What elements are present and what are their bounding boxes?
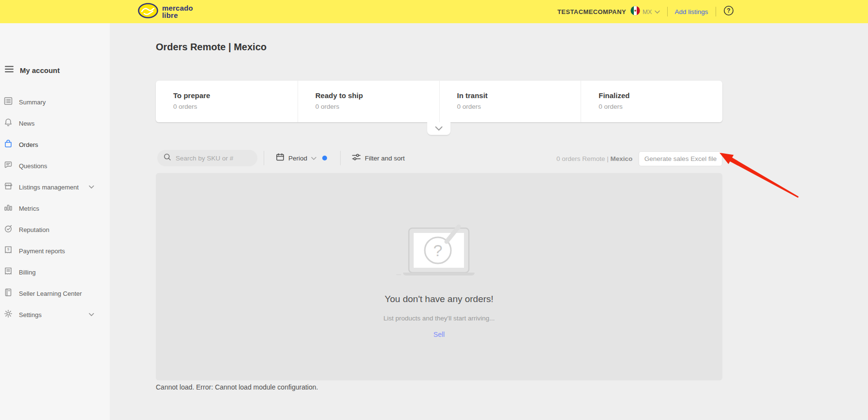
- header-divider: [716, 7, 716, 16]
- order-status-card: To prepare 0 orders Ready to ship 0 orde…: [156, 81, 722, 122]
- chevron-down-icon: [435, 124, 443, 133]
- period-label: Period: [288, 155, 307, 162]
- bar-chart-icon: [3, 202, 14, 215]
- filter-label: Filter and sort: [365, 155, 405, 162]
- add-listings-link[interactable]: Add listings: [675, 8, 708, 15]
- top-header-bar: mercado libre TESTACMECOMPANY MX: [0, 0, 868, 23]
- sidebar-item-seller-learning-center[interactable]: Seller Learning Center: [0, 283, 110, 304]
- svg-text:?: ?: [434, 241, 443, 260]
- sidebar-item-orders[interactable]: Orders: [0, 134, 110, 155]
- account-area: TESTACMECOMPANY MX Add l: [557, 0, 734, 23]
- svg-text:$: $: [7, 247, 10, 251]
- book-icon: [3, 287, 14, 300]
- mercadolibre-logo[interactable]: mercado libre: [138, 2, 193, 21]
- handshake-logo-icon: [138, 2, 158, 21]
- mexico-flag-icon: [630, 6, 640, 17]
- page-title: Orders Remote | Mexico: [156, 42, 267, 53]
- sidebar-item-payment-reports[interactable]: $ Payment reports: [0, 240, 110, 261]
- period-active-dot: [322, 156, 327, 160]
- search-box: [157, 150, 257, 166]
- empty-state-title: You don't have any orders!: [156, 294, 722, 304]
- orders-icon: [3, 138, 14, 151]
- gear-icon: [3, 308, 14, 321]
- sidebar-item-metrics[interactable]: Metrics: [0, 198, 110, 219]
- sidebar-item-news[interactable]: News: [0, 113, 110, 134]
- search-input[interactable]: [176, 155, 253, 162]
- expand-card-button[interactable]: [427, 122, 450, 135]
- speech-bubble-icon: [3, 159, 14, 172]
- sidebar-item-summary[interactable]: Summary: [0, 91, 110, 113]
- sidebar-item-settings[interactable]: Settings: [0, 304, 110, 325]
- status-cell-to-prepare[interactable]: To prepare 0 orders: [156, 81, 298, 122]
- filter-and-sort-button[interactable]: Filter and sort: [352, 150, 405, 166]
- sell-link[interactable]: Sell: [156, 331, 722, 338]
- billing-receipt-icon: [3, 266, 14, 278]
- sidebar-header: My account: [4, 64, 60, 76]
- summary-icon: [3, 96, 14, 108]
- sidebar-item-questions[interactable]: Questions: [0, 155, 110, 176]
- brand-wordmark: mercado libre: [162, 4, 193, 19]
- chevron-down-icon: [88, 311, 95, 320]
- account-name: TESTACMECOMPANY: [557, 8, 626, 15]
- annotation-arrow: [719, 153, 799, 198]
- sidebar-item-listings-management[interactable]: Listings management: [0, 176, 110, 198]
- chevron-down-icon: [311, 154, 316, 162]
- storefront-icon: [3, 181, 14, 193]
- status-cell-in-transit[interactable]: In transit 0 orders: [439, 81, 581, 122]
- sidebar-item-billing[interactable]: Billing: [0, 261, 110, 283]
- status-cell-finalized[interactable]: Finalized 0 orders: [581, 81, 722, 122]
- sidebar-nav: Summary News Orders: [0, 91, 110, 325]
- laptop-search-illustration: ?: [395, 217, 482, 282]
- chevron-down-icon: [88, 184, 95, 192]
- orders-summary-region: Mexico: [611, 155, 633, 162]
- orders-summary: 0 orders Remote | Mexico: [556, 155, 632, 162]
- sidebar-title: My account: [20, 66, 60, 74]
- calendar-icon: [276, 153, 284, 163]
- sidebar: My account Summary News: [0, 23, 110, 420]
- generate-sales-excel-button[interactable]: Generate sales Excel file: [639, 151, 722, 166]
- sidebar-item-reputation[interactable]: Reputation: [0, 219, 110, 240]
- help-icon[interactable]: ?: [723, 5, 734, 18]
- period-dropdown[interactable]: Period: [276, 150, 327, 166]
- toolbar-divider: [340, 151, 341, 165]
- country-selector[interactable]: MX: [630, 6, 660, 17]
- country-code: MX: [643, 8, 652, 15]
- toolbar-divider: [264, 151, 264, 165]
- search-icon: [164, 153, 171, 163]
- sliders-icon: [352, 153, 361, 163]
- header-divider: [667, 7, 668, 16]
- svg-text:?: ?: [727, 7, 730, 14]
- hamburger-menu-icon[interactable]: [4, 64, 15, 76]
- status-cell-ready-to-ship[interactable]: Ready to ship 0 orders: [298, 81, 439, 122]
- module-error-text: Cannot load. Error: Cannot load module c…: [156, 383, 318, 391]
- bell-icon: [3, 117, 14, 130]
- reputation-check-icon: [3, 223, 14, 236]
- payment-receipt-icon: $: [3, 245, 14, 257]
- empty-state-subtitle: List products and they'll start arriving…: [156, 315, 722, 322]
- chevron-down-icon: [655, 7, 660, 16]
